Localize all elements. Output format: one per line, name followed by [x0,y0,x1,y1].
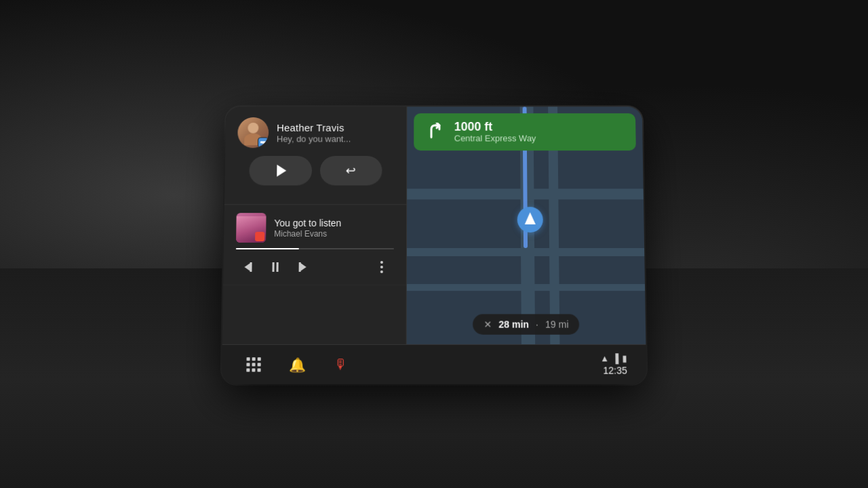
music-info: You got to listen Michael Evans [236,213,394,243]
skip-forward-button[interactable] [290,255,314,279]
grid-icon [246,357,260,371]
map-panel: 1000 ft Central Express Way ✕ 28 min · 1… [407,106,646,344]
action-buttons: ↩ [237,156,394,196]
reply-icon: ↩ [346,163,356,178]
song-title: You got to listen [274,218,394,228]
eta-distance: 19 mi [545,319,569,329]
turn-arrow [423,120,448,144]
mic-icon: 🎙 [334,357,348,372]
music-controls [235,255,394,279]
notification-text: Heather Travis Hey, do you want... [277,121,351,143]
battery-icon: ▮ [622,353,627,363]
apps-button[interactable] [241,352,266,378]
eta-separator: · [536,319,538,329]
turn-arrow-icon [426,123,445,141]
artist-name: Michael Evans [274,229,394,239]
progress-fill [236,248,299,249]
nav-street: Central Express Way [454,134,536,144]
play-icon [277,165,286,177]
music-section: You got to listen Michael Evans [223,205,406,285]
status-icons: ▲ ▐ ▮ [600,353,627,363]
bottom-left-controls: 🔔 🎙 [241,352,353,378]
notification-header: Heather Travis Hey, do you want... [237,117,394,148]
notifications-button[interactable]: 🔔 [285,352,310,378]
voice-button[interactable]: 🎙 [328,352,353,378]
nav-distance: 1000 ft [454,121,536,134]
signal-icon: ▐ [612,353,619,363]
status-area: ▲ ▐ ▮ 12:35 [600,353,627,376]
reply-button[interactable]: ↩ [319,156,382,185]
location-arrow-icon [525,213,536,225]
messaging-app-icon [258,138,269,148]
time-display: 12:35 [603,365,627,375]
pause-button[interactable] [262,255,288,279]
message-preview: Hey, do you want... [277,134,351,144]
pause-icon [272,262,278,272]
sender-name: Heather Travis [277,121,351,133]
more-options-icon [380,261,383,273]
avatar [237,117,269,148]
wifi-icon: ▲ [600,353,609,363]
album-badge [255,232,264,241]
progress-bar [236,248,394,249]
album-art [236,213,267,243]
bottom-bar: 🔔 🎙 ▲ ▐ ▮ 12:35 [222,344,647,384]
location-marker [517,207,543,232]
skip-forward-icon [298,262,306,272]
music-details: You got to listen Michael Evans [274,218,394,239]
top-section: Heather Travis Hey, do you want... ↩ [222,106,646,344]
left-panel: Heather Travis Hey, do you want... ↩ [222,106,408,344]
skip-back-icon [244,262,252,272]
android-auto-device: Heather Travis Hey, do you want... ↩ [222,106,647,384]
map-road-h2 [407,248,644,256]
bell-icon: 🔔 [288,357,305,373]
nav-info: 1000 ft Central Express Way [454,121,536,144]
notification-card: Heather Travis Hey, do you want... ↩ [224,106,406,205]
device-screen: Heather Travis Hey, do you want... ↩ [222,106,647,384]
navigation-bar: 1000 ft Central Express Way [414,113,636,150]
play-button[interactable] [249,156,311,185]
skip-back-button[interactable] [235,255,260,279]
eta-close-button[interactable]: ✕ [484,319,492,329]
map-road-h3 [407,284,645,291]
eta-time: 28 min [498,319,529,329]
location-circle [517,207,543,232]
more-options-button[interactable] [370,255,394,279]
eta-bar: ✕ 28 min · 19 mi [473,314,580,334]
